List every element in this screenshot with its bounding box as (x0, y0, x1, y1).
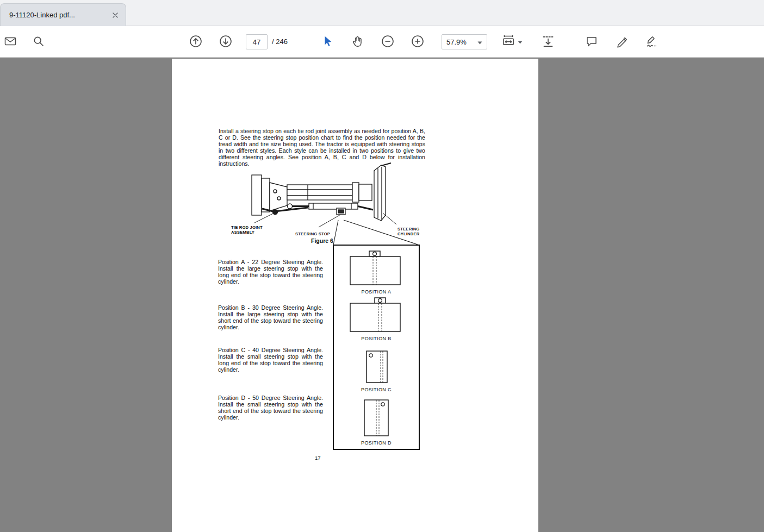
position-c-paragraph: Position C - 40 Degree Steering Angle. I… (218, 347, 323, 373)
fit-to-width-button[interactable] (499, 32, 525, 51)
zoom-level-select[interactable]: 57.9% (442, 34, 487, 49)
position-a-caption: POSITION A (344, 289, 409, 295)
mail-icon (3, 35, 17, 48)
chevron-down-icon (477, 37, 482, 47)
stop-figure-b: POSITION B (344, 297, 409, 341)
steering-cylinder-label: STEERING CYLINDER (397, 227, 419, 237)
figure-caption: Figure 6 (311, 237, 333, 244)
cursor-select-icon (321, 35, 334, 48)
position-b-paragraph: Position B - 30 Degree Steering Angle. I… (218, 305, 323, 331)
tie-rod-label: TIE ROD JOINT ASSEMBLY (231, 226, 263, 235)
select-tool-button[interactable] (319, 32, 337, 51)
page-up-icon (189, 34, 203, 48)
intro-paragraph: Install a steering stop on each tie rod … (219, 128, 425, 167)
comment-icon (585, 35, 598, 48)
page-number: 17 (315, 455, 321, 461)
zoom-out-button[interactable] (378, 32, 397, 51)
steering-stop-label: STEERING STOP (295, 232, 330, 237)
page-number-input[interactable] (246, 34, 268, 49)
page-down-icon (219, 34, 233, 48)
hand-tool-icon (351, 35, 364, 48)
comment-button[interactable] (582, 32, 601, 51)
search-button[interactable] (29, 32, 48, 51)
zoom-out-icon (381, 34, 395, 48)
mail-button[interactable] (1, 32, 20, 51)
tab-title: 9-11120-Linked pdf... (9, 11, 110, 19)
highlight-button[interactable] (613, 32, 631, 51)
pdf-tab[interactable]: 9-11120-Linked pdf... (0, 3, 126, 26)
zoom-in-icon (411, 34, 425, 48)
close-icon[interactable] (110, 10, 120, 20)
position-c-caption: POSITION C (344, 387, 409, 392)
stop-figure-a: POSITION A (344, 250, 409, 295)
position-d-caption: POSITION D (344, 440, 409, 446)
hand-tool-button[interactable] (349, 32, 367, 51)
position-b-caption: POSITION B (344, 336, 409, 341)
zoom-level-value: 57.9% (446, 38, 467, 46)
pdf-page: Install a steering stop on each tie rod … (172, 59, 538, 532)
signature-button[interactable] (642, 32, 661, 51)
next-page-button[interactable] (216, 32, 235, 51)
highlight-icon (616, 35, 629, 48)
browser-tab-bar: 9-11120-Linked pdf... (0, 0, 764, 26)
signature-icon (644, 35, 659, 48)
zoom-in-button[interactable] (408, 32, 427, 51)
position-d-paragraph: Position D - 50 Degree Steering Angle. I… (218, 395, 323, 421)
previous-page-button[interactable] (187, 32, 205, 51)
position-a-paragraph: Position A - 22 Degree Steering Angle. I… (218, 259, 323, 285)
scroll-mode-icon (541, 34, 555, 48)
stop-figure-c: POSITION C (344, 348, 409, 392)
page-count-label: / 246 (272, 26, 288, 58)
scroll-mode-button[interactable] (539, 32, 557, 51)
fit-width-icon (501, 33, 515, 49)
search-icon (32, 35, 45, 48)
stop-figure-d: POSITION D (344, 398, 409, 446)
pdf-scroll-area[interactable]: Install a steering stop on each tie rod … (0, 58, 764, 532)
pdf-toolbar: / 246 (0, 26, 764, 58)
steering-stop-detail-box: POSITION A POSITION B (333, 245, 420, 450)
chevron-down-icon (518, 36, 523, 46)
pdf-viewer-window: 9-11120-Linked pdf... (0, 0, 764, 532)
